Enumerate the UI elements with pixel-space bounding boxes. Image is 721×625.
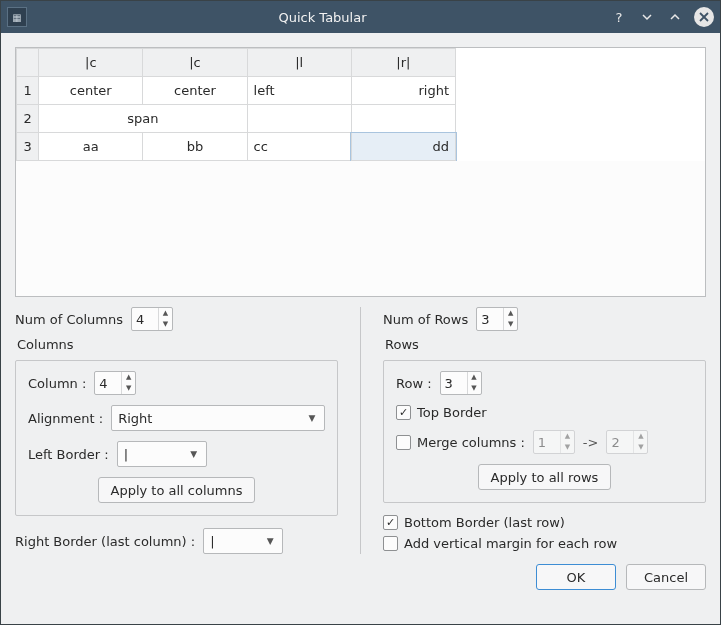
checkbox-box — [396, 435, 411, 450]
bottom-border-label: Bottom Border (last row) — [404, 515, 565, 530]
top-border-label: Top Border — [417, 405, 487, 420]
merge-to-input[interactable] — [607, 431, 633, 453]
column-header[interactable]: |l — [247, 49, 351, 77]
apply-all-columns-label: Apply to all columns — [111, 483, 243, 498]
chevron-down-icon[interactable]: ▼ — [504, 319, 517, 330]
num-rows-field: Num of Rows ▲▼ — [383, 307, 706, 331]
table-cell[interactable]: center — [143, 77, 247, 105]
columns-panel: Num of Columns ▲▼ Columns Column : ▲▼ — [15, 307, 338, 554]
checkbox-box: ✓ — [383, 515, 398, 530]
table-corner — [17, 49, 39, 77]
content-area: |c|c|l|r|1centercenterleftright2span3aab… — [1, 33, 720, 624]
row-header[interactable]: 1 — [17, 77, 39, 105]
row-header[interactable]: 2 — [17, 105, 39, 133]
apply-all-rows-label: Apply to all rows — [491, 470, 599, 485]
app-icon: ▦ — [7, 7, 27, 27]
table-cell[interactable]: aa — [39, 133, 143, 161]
num-rows-spinbox[interactable]: ▲▼ — [476, 307, 518, 331]
chevron-down-icon[interactable]: ▼ — [561, 442, 574, 453]
num-rows-input[interactable] — [477, 308, 503, 330]
cancel-button[interactable]: Cancel — [626, 564, 706, 590]
num-columns-field: Num of Columns ▲▼ — [15, 307, 338, 331]
tabular-preview: |c|c|l|r|1centercenterleftright2span3aab… — [15, 47, 706, 297]
chevron-up-icon[interactable]: ▲ — [159, 308, 172, 319]
chevron-down-icon: ▼ — [264, 536, 276, 546]
window-buttons: ? — [610, 7, 714, 27]
table-cell[interactable]: dd — [351, 133, 455, 161]
table-cell[interactable]: center — [39, 77, 143, 105]
merge-columns-checkbox[interactable]: Merge columns : — [396, 435, 525, 450]
column-spinbox[interactable]: ▲▼ — [94, 371, 136, 395]
column-header[interactable]: |c — [143, 49, 247, 77]
maximize-icon[interactable] — [666, 8, 684, 26]
vmargin-label: Add vertical margin for each row — [404, 536, 617, 551]
apply-all-rows-button[interactable]: Apply to all rows — [478, 464, 612, 490]
ok-button[interactable]: OK — [536, 564, 616, 590]
left-border-value: | — [124, 447, 182, 462]
columns-group: Column : ▲▼ Alignment : Right ▼ — [15, 360, 338, 516]
apply-all-columns-button[interactable]: Apply to all columns — [98, 477, 256, 503]
row-label: Row : — [396, 376, 432, 391]
num-columns-spinbox[interactable]: ▲▼ — [131, 307, 173, 331]
bottom-border-checkbox[interactable]: ✓ Bottom Border (last row) — [383, 515, 706, 530]
num-columns-label: Num of Columns — [15, 312, 123, 327]
alignment-combo[interactable]: Right ▼ — [111, 405, 325, 431]
row-spinbox[interactable]: ▲▼ — [440, 371, 482, 395]
left-border-combo[interactable]: | ▼ — [117, 441, 207, 467]
merge-to-spinbox[interactable]: ▲▼ — [606, 430, 648, 454]
right-border-label: Right Border (last column) : — [15, 534, 195, 549]
cancel-label: Cancel — [644, 570, 688, 585]
column-input[interactable] — [95, 372, 121, 394]
top-border-checkbox[interactable]: ✓ Top Border — [396, 405, 693, 420]
minimize-icon[interactable] — [638, 8, 656, 26]
checkbox-box: ✓ — [396, 405, 411, 420]
right-border-value: | — [210, 534, 258, 549]
chevron-down-icon[interactable]: ▼ — [634, 442, 647, 453]
chevron-down-icon: ▼ — [188, 449, 200, 459]
tabular-table[interactable]: |c|c|l|r|1centercenterleftright2span3aab… — [16, 48, 456, 161]
window-title: Quick Tabular — [35, 10, 610, 25]
alignment-label: Alignment : — [28, 411, 103, 426]
chevron-up-icon[interactable]: ▲ — [561, 431, 574, 442]
columns-group-title: Columns — [15, 337, 338, 352]
column-header[interactable]: |r| — [351, 49, 455, 77]
rows-group: Row : ▲▼ ✓ Top Border Merge columns — [383, 360, 706, 503]
chevron-down-icon[interactable]: ▼ — [122, 383, 135, 394]
close-icon[interactable] — [694, 7, 714, 27]
right-border-combo[interactable]: | ▼ — [203, 528, 283, 554]
column-label: Column : — [28, 376, 86, 391]
table-cell[interactable]: left — [247, 77, 351, 105]
dialog-footer: OK Cancel — [15, 564, 706, 590]
row-input[interactable] — [441, 372, 467, 394]
merge-from-input[interactable] — [534, 431, 560, 453]
table-cell[interactable]: bb — [143, 133, 247, 161]
ok-label: OK — [567, 570, 586, 585]
merge-from-spinbox[interactable]: ▲▼ — [533, 430, 575, 454]
chevron-up-icon[interactable]: ▲ — [504, 308, 517, 319]
column-header[interactable]: |c — [39, 49, 143, 77]
vmargin-checkbox[interactable]: Add vertical margin for each row — [383, 536, 706, 551]
table-cell[interactable] — [247, 105, 351, 133]
checkbox-box — [383, 536, 398, 551]
merge-arrow-label: -> — [583, 435, 599, 450]
chevron-down-icon[interactable]: ▼ — [159, 319, 172, 330]
table-cell[interactable]: cc — [247, 133, 351, 161]
num-rows-label: Num of Rows — [383, 312, 468, 327]
chevron-up-icon[interactable]: ▲ — [634, 431, 647, 442]
table-cell[interactable] — [351, 105, 455, 133]
help-icon[interactable]: ? — [610, 8, 628, 26]
row-header[interactable]: 3 — [17, 133, 39, 161]
alignment-value: Right — [118, 411, 300, 426]
chevron-up-icon[interactable]: ▲ — [122, 372, 135, 383]
table-cell[interactable]: span — [39, 105, 247, 133]
left-border-label: Left Border : — [28, 447, 109, 462]
chevron-up-icon[interactable]: ▲ — [468, 372, 481, 383]
settings-row: Num of Columns ▲▼ Columns Column : ▲▼ — [15, 307, 706, 554]
table-cell[interactable]: right — [351, 77, 455, 105]
merge-columns-label: Merge columns : — [417, 435, 525, 450]
chevron-down-icon[interactable]: ▼ — [468, 383, 481, 394]
num-columns-input[interactable] — [132, 308, 158, 330]
rows-group-title: Rows — [383, 337, 706, 352]
quick-tabular-window: ▦ Quick Tabular ? |c|c|l|r|1centercenter… — [0, 0, 721, 625]
rows-panel: Num of Rows ▲▼ Rows Row : ▲▼ — [383, 307, 706, 554]
